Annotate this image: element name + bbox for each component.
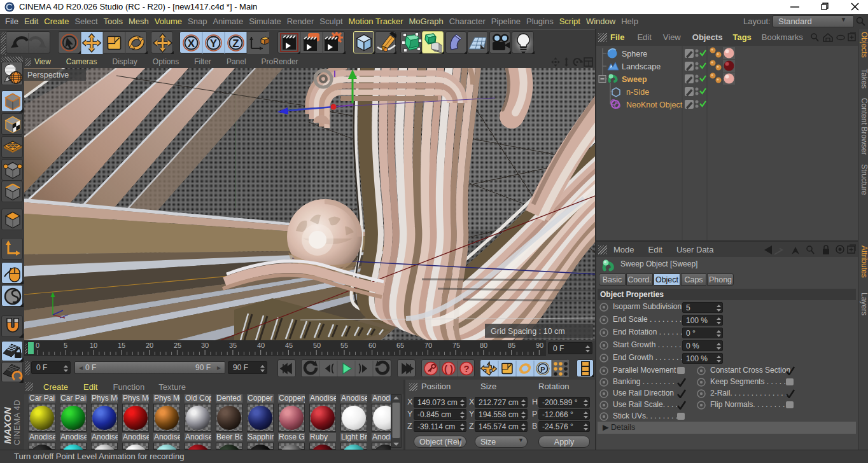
- svg-text:15: 15: [118, 342, 125, 349]
- svg-text:Grid Spacing : 10 cm: Grid Spacing : 10 cm: [491, 327, 565, 336]
- svg-text:Landscape: Landscape: [622, 62, 661, 71]
- svg-text:40: 40: [257, 342, 265, 349]
- svg-text:70: 70: [424, 342, 432, 349]
- svg-text:Sweep: Sweep: [622, 75, 647, 84]
- svg-text:0: 0: [36, 342, 39, 349]
- svg-text:Sphere: Sphere: [622, 50, 647, 59]
- svg-text:85: 85: [508, 342, 515, 349]
- svg-text:Z: Z: [232, 38, 239, 50]
- svg-text:75: 75: [452, 342, 460, 349]
- svg-text:25: 25: [174, 342, 181, 349]
- svg-text:65: 65: [396, 342, 404, 349]
- svg-text:30: 30: [201, 342, 209, 349]
- svg-text:35: 35: [229, 342, 237, 349]
- svg-text:60: 60: [368, 342, 376, 349]
- svg-text:90: 90: [536, 342, 543, 349]
- svg-text:NeoKnot Object: NeoKnot Object: [626, 100, 683, 109]
- svg-text:Perspective: Perspective: [27, 71, 69, 79]
- svg-text:n-Side: n-Side: [626, 88, 649, 97]
- svg-text:20: 20: [146, 342, 153, 349]
- svg-text:?: ?: [463, 363, 469, 374]
- svg-text:45: 45: [285, 342, 293, 349]
- svg-text:55: 55: [340, 342, 348, 349]
- svg-text:5: 5: [64, 342, 67, 349]
- svg-text:X: X: [188, 38, 195, 50]
- svg-text:P: P: [540, 366, 545, 373]
- svg-text:( ): ( ): [444, 363, 453, 374]
- svg-text:10: 10: [90, 342, 97, 349]
- svg-text:Y: Y: [210, 38, 218, 50]
- svg-text:50: 50: [313, 342, 321, 349]
- svg-text:80: 80: [480, 342, 487, 349]
